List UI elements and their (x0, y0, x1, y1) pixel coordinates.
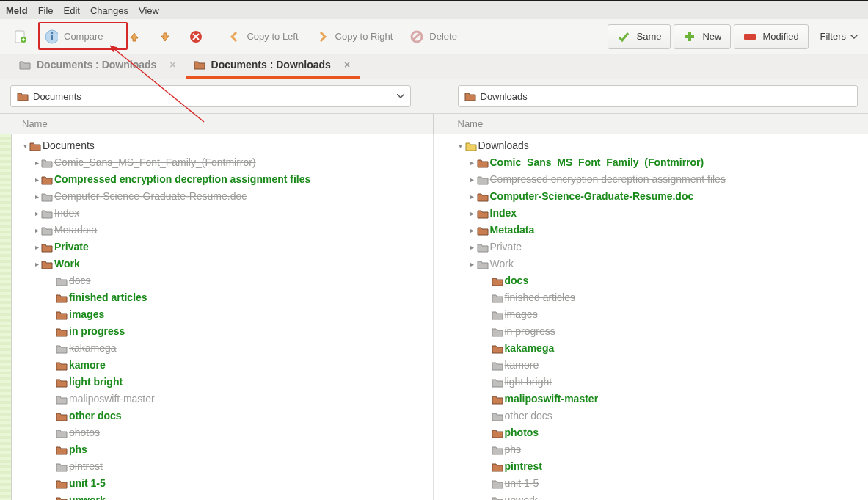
tree-item[interactable]: kamore (452, 357, 864, 374)
tree-item[interactable]: ▸Computer-Science-Graduate-Resume.doc (16, 188, 428, 205)
disclosure-icon[interactable]: ▸ (468, 205, 477, 222)
tree-item[interactable]: light bright (16, 374, 428, 391)
tree-item-label: other docs (505, 407, 552, 424)
tree-item[interactable]: kakamega (452, 340, 864, 357)
filters-menu[interactable]: Filters (816, 31, 862, 42)
tree-item[interactable]: kamore (16, 357, 428, 374)
copy-left-button[interactable]: Copy to Left (219, 24, 306, 49)
disclosure-icon[interactable]: ▸ (468, 256, 477, 272)
tree-item[interactable]: ▸Work (452, 256, 864, 272)
tree-item[interactable]: other docs (16, 407, 428, 424)
tree-item[interactable]: maliposwift-master (452, 391, 864, 407)
tree-item[interactable]: ▸Comic_Sans_MS_Font_Family_(Fontmirror) (452, 154, 864, 171)
stop-button[interactable] (181, 24, 211, 49)
tree-item-label: kamore (69, 357, 106, 374)
disclosure-icon[interactable]: ▸ (32, 222, 41, 239)
tree-root[interactable]: ▾Documents (16, 137, 428, 154)
tree-item[interactable]: ▸Private (16, 239, 428, 256)
tree-item[interactable]: other docs (452, 407, 864, 424)
tree-item-label: Comic_Sans_MS_Font_Family_(Fontmirror) (54, 154, 256, 171)
disclosure-icon[interactable]: ▸ (32, 239, 41, 256)
tree-item[interactable]: finished articles (452, 289, 864, 306)
compare-button[interactable]: Compare (37, 24, 111, 49)
menu-edit[interactable]: Edit (64, 5, 80, 16)
tree-item[interactable]: light bright (452, 374, 864, 391)
tree-item[interactable]: unit 1-5 (452, 475, 864, 492)
right-column-header[interactable]: Name (448, 114, 869, 134)
prev-change-button[interactable] (120, 24, 149, 49)
toggle-same[interactable]: Same (608, 24, 671, 49)
disclosure-icon[interactable]: ▸ (468, 222, 477, 239)
tree-item[interactable]: upwork (452, 492, 864, 500)
tree-item[interactable]: docs (452, 272, 864, 289)
disclosure-icon[interactable]: ▸ (32, 171, 41, 188)
disclosure-icon[interactable]: ▸ (468, 188, 477, 205)
tree-item[interactable]: ▸Comic_Sans_MS_Font_Family_(Fontmirror) (16, 154, 428, 171)
tree-item[interactable]: pintrest (16, 458, 428, 475)
forbidden-icon (410, 30, 423, 43)
tree-item[interactable]: kakamega (16, 340, 428, 357)
new-comparison-button[interactable] (6, 24, 35, 49)
tree-item-label: photos (69, 424, 100, 441)
right-path-selector[interactable]: Downloads (458, 85, 858, 107)
tree-item-label: Metadata (490, 222, 535, 239)
tree-item[interactable]: ▸Compressed encryption decreption assign… (452, 171, 864, 188)
delete-button[interactable]: Delete (402, 24, 465, 49)
tree-item-label: Work (490, 256, 514, 272)
tab-0[interactable]: Documents : Downloads × (12, 53, 186, 79)
tree-item[interactable]: ▸Metadata (452, 222, 864, 239)
tree-item[interactable]: ▸Index (452, 205, 864, 222)
tree-item[interactable]: photos (452, 424, 864, 441)
tree-item[interactable]: ▸Private (452, 239, 864, 256)
tree-item-label: upwork (69, 492, 106, 500)
tree-item[interactable]: images (16, 306, 428, 323)
tree-item[interactable]: in progress (452, 323, 864, 340)
tree-item[interactable]: images (452, 306, 864, 323)
toggle-modified[interactable]: Modified (734, 24, 808, 49)
tree-item[interactable]: ▸Computer-Science-Graduate-Resume.doc (452, 188, 864, 205)
tree-item[interactable]: photos (16, 424, 428, 441)
disclosure-icon[interactable]: ▾ (21, 137, 29, 154)
disclosure-icon[interactable]: ▸ (32, 154, 41, 171)
tree-item[interactable]: ▸Compressed encryption decreption assign… (16, 171, 428, 188)
menu-file[interactable]: File (38, 5, 54, 16)
tree-item[interactable]: upwork (16, 492, 428, 500)
next-change-button[interactable] (150, 24, 180, 49)
tree-item-label: maliposwift-master (505, 391, 599, 407)
disclosure-icon[interactable]: ▾ (456, 137, 465, 154)
tree-item[interactable]: finished articles (16, 289, 428, 306)
tab-1[interactable]: Documents : Downloads × (186, 53, 361, 79)
tree-item[interactable]: phs (452, 441, 864, 458)
menu-view[interactable]: View (139, 5, 159, 16)
disclosure-icon[interactable]: ▸ (32, 188, 41, 205)
tree-item[interactable]: docs (16, 272, 428, 289)
disclosure-icon[interactable]: ▸ (32, 205, 41, 222)
tree-item[interactable]: maliposwift-master (16, 391, 428, 407)
left-column-header[interactable]: Name (0, 114, 433, 134)
chevron-down-icon (397, 94, 404, 98)
tree-item[interactable]: ▸Work (16, 256, 428, 272)
tree-item[interactable]: ▸Index (16, 205, 428, 222)
toggle-new[interactable]: New (674, 24, 731, 49)
tree-item-label: maliposwift-master (69, 391, 155, 407)
tree-item[interactable]: ▸Metadata (16, 222, 428, 239)
close-icon[interactable]: × (169, 59, 175, 70)
disclosure-icon[interactable]: ▸ (468, 239, 477, 256)
disclosure-icon[interactable]: ▸ (32, 256, 41, 272)
tree-root[interactable]: ▾Downloads (452, 137, 864, 154)
menu-changes[interactable]: Changes (90, 5, 128, 16)
left-tree-pane[interactable]: ▾Documents▸Comic_Sans_MS_Font_Family_(Fo… (12, 134, 433, 500)
tree-item[interactable]: unit 1-5 (16, 475, 428, 492)
copy-right-button[interactable]: Copy to Right (308, 24, 401, 49)
disclosure-icon[interactable]: ▸ (468, 154, 477, 171)
left-path-selector[interactable]: Documents (10, 85, 411, 107)
disclosure-icon[interactable]: ▸ (468, 171, 477, 188)
close-icon[interactable]: × (344, 59, 350, 70)
stop-icon (189, 30, 203, 43)
tree-item[interactable]: in progress (16, 323, 428, 340)
tree-item[interactable]: phs (16, 441, 428, 458)
right-tree-pane[interactable]: ▾Downloads▸Comic_Sans_MS_Font_Family_(Fo… (448, 134, 869, 500)
change-gutter[interactable] (0, 134, 12, 500)
tree-item[interactable]: pintrest (452, 458, 864, 475)
tree-item-label: Computer-Science-Graduate-Resume.doc (54, 188, 247, 205)
